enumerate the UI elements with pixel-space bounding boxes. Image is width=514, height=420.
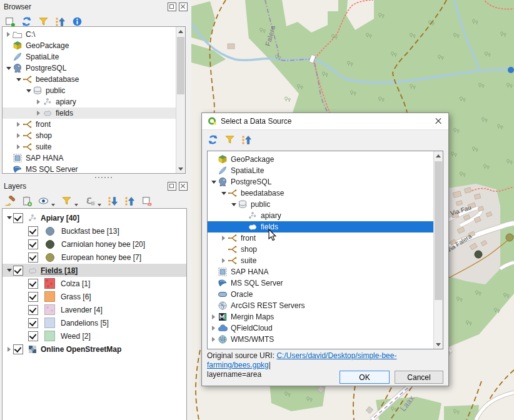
source-item-beedatabase[interactable]: beedatabase <box>208 188 443 199</box>
expander-icon[interactable] <box>209 326 218 331</box>
browser-item-shop[interactable]: shop <box>3 130 185 141</box>
expander-icon[interactable] <box>14 78 23 81</box>
scroll-down-icon[interactable] <box>176 164 185 173</box>
layer-group-apiary[interactable]: Apiary [40] <box>3 211 186 224</box>
source-item-suite[interactable]: suite <box>208 255 443 266</box>
layer-item-weed[interactable]: Weed [2] <box>3 329 186 342</box>
visibility-checkbox[interactable] <box>28 305 38 315</box>
source-item-oracle[interactable]: Oracle <box>208 289 443 300</box>
add-layer-button[interactable] <box>4 16 15 27</box>
browser-item-front[interactable]: front <box>3 119 185 130</box>
expander-icon[interactable] <box>5 347 13 352</box>
browser-item-geopackage[interactable]: GeoPackage <box>3 40 185 51</box>
layers-close-button[interactable] <box>179 182 188 191</box>
expander-icon[interactable] <box>219 258 228 263</box>
cancel-button[interactable]: Cancel <box>395 371 443 384</box>
visibility-checkbox[interactable] <box>13 344 23 354</box>
source-item-fields[interactable]: fields <box>208 221 443 232</box>
map-themes-button[interactable] <box>38 195 49 206</box>
collapse-all-button[interactable] <box>241 134 252 145</box>
source-item-public[interactable]: public <box>208 199 443 210</box>
layer-item-dandelions[interactable]: Dandelions [5] <box>3 316 186 329</box>
expander-icon[interactable] <box>209 181 218 184</box>
source-item-spatialite[interactable]: SpatiaLite <box>208 165 443 176</box>
ok-button[interactable]: OK <box>340 371 390 384</box>
expander-icon[interactable] <box>229 203 238 206</box>
filter-button[interactable] <box>38 16 49 27</box>
source-item-apiary[interactable]: apiary <box>208 210 443 221</box>
dialog-scrollbar[interactable] <box>433 151 443 349</box>
expander-icon[interactable] <box>219 236 228 241</box>
browser-item-beedatabase[interactable]: beedatabase <box>3 74 185 85</box>
source-item-mssql[interactable]: MS SQL Server <box>208 278 443 289</box>
source-item-postgresql[interactable]: PostgreSQL <box>208 176 443 188</box>
scroll-thumb[interactable] <box>435 161 442 300</box>
layers-float-button[interactable] <box>168 182 176 191</box>
scroll-up-icon[interactable] <box>176 27 185 36</box>
source-item-qfieldcloud[interactable]: QFieldCloud <box>208 322 443 334</box>
dialog-titlebar[interactable]: Select a Data Source <box>202 113 448 130</box>
scroll-thumb[interactable] <box>177 37 184 94</box>
layer-group-fields[interactable]: Fields [18] <box>3 264 186 277</box>
layer-item-carniolan[interactable]: Carniolan honey bee [20] <box>3 238 186 251</box>
expander-icon[interactable] <box>34 99 43 104</box>
layer-item-buckfast[interactable]: Buckfast bee [13] <box>3 224 186 238</box>
browser-float-button[interactable] <box>168 2 176 11</box>
source-item-geopackage[interactable]: GeoPackage <box>208 154 443 165</box>
refresh-button[interactable] <box>207 134 218 145</box>
layer-item-osm[interactable]: Online OpenStreetMap <box>3 342 186 356</box>
visibility-checkbox[interactable] <box>13 266 23 276</box>
layer-item-grass[interactable]: Grass [6] <box>3 290 186 303</box>
browser-item-fields[interactable]: fields <box>3 108 185 119</box>
source-item-front[interactable]: front <box>208 232 443 244</box>
scroll-up-icon[interactable] <box>434 151 443 160</box>
expander-icon[interactable] <box>34 111 43 116</box>
properties-button[interactable] <box>71 16 83 27</box>
visibility-checkbox[interactable] <box>28 331 38 341</box>
expander-icon[interactable] <box>5 269 13 272</box>
expander-icon[interactable] <box>24 89 33 92</box>
visibility-checkbox[interactable] <box>28 239 38 249</box>
filter-legend-button[interactable] <box>61 195 72 206</box>
scroll-down-icon[interactable] <box>434 340 443 349</box>
filter-button[interactable] <box>224 134 235 145</box>
add-group-button[interactable] <box>21 195 32 206</box>
browser-item-sap-hana[interactable]: SAP HANA <box>3 152 185 164</box>
expander-icon[interactable] <box>14 144 23 149</box>
browser-close-button[interactable] <box>179 2 188 11</box>
expander-icon[interactable] <box>209 337 218 342</box>
expander-icon[interactable] <box>209 314 218 319</box>
visibility-checkbox[interactable] <box>28 292 38 302</box>
layer-styling-button[interactable] <box>4 195 15 206</box>
source-item-wms[interactable]: WMS/WMTS <box>208 334 443 345</box>
visibility-checkbox[interactable] <box>28 226 38 236</box>
collapse-all-button[interactable] <box>54 16 66 27</box>
dialog-close-icon[interactable] <box>433 116 443 126</box>
expander-icon[interactable] <box>4 67 13 70</box>
source-item-shop[interactable]: shop <box>208 244 443 255</box>
chevron-down-icon[interactable] <box>98 204 101 206</box>
visibility-checkbox[interactable] <box>28 318 38 328</box>
layer-item-colza[interactable]: Colza [1] <box>3 277 186 290</box>
browser-item-postgresql[interactable]: PostgreSQL <box>3 62 185 74</box>
chevron-down-icon[interactable] <box>74 204 78 206</box>
source-item-arcgis[interactable]: ArcGIS REST Servers <box>208 300 443 311</box>
source-item-mergin[interactable]: Mergin Maps <box>208 311 443 322</box>
collapse-all-button[interactable] <box>124 195 135 206</box>
expression-filter-button[interactable] <box>84 195 95 206</box>
browser-item-apiary[interactable]: apiary <box>3 96 185 108</box>
expander-icon[interactable] <box>4 32 13 37</box>
browser-item-cdrive[interactable]: C:\ <box>3 29 185 40</box>
expander-icon[interactable] <box>5 216 13 219</box>
visibility-checkbox[interactable] <box>13 213 23 223</box>
browser-item-suite[interactable]: suite <box>3 141 185 152</box>
expander-icon[interactable] <box>219 192 228 195</box>
expander-icon[interactable] <box>14 122 23 127</box>
expand-all-button[interactable] <box>107 195 118 206</box>
browser-item-public[interactable]: public <box>3 85 185 96</box>
chevron-down-icon[interactable] <box>51 204 55 206</box>
visibility-checkbox[interactable] <box>28 252 38 262</box>
source-item-sap-hana[interactable]: SAP HANA <box>208 266 443 278</box>
expander-icon[interactable] <box>14 133 23 138</box>
browser-item-spatialite[interactable]: SpatiaLite <box>3 51 185 62</box>
